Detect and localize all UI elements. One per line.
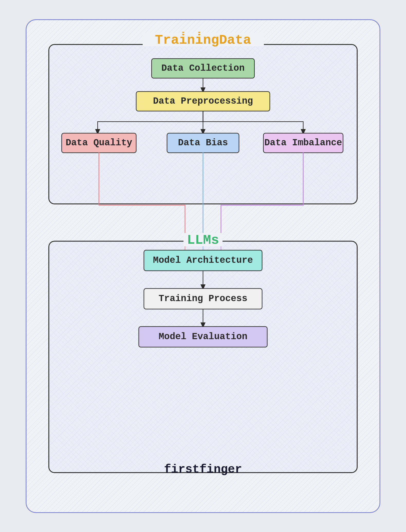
data-imbalance-node: Data Imbalance: [264, 138, 342, 148]
data-collection-node: Data Collection: [161, 63, 245, 74]
model-evaluation-node: Model Evaluation: [159, 331, 247, 342]
training-data-title-text: TrainingData: [155, 33, 251, 48]
llms-title-text: LLMs: [187, 233, 219, 248]
model-architecture-node: Model Architecture: [153, 255, 253, 266]
training-process-node: Training Process: [159, 293, 247, 304]
diagram-svg: TrainingData TrainingData Data Collectio…: [41, 30, 365, 493]
data-quality-node: Data Quality: [66, 138, 132, 148]
main-container: TrainingData TrainingData Data Collectio…: [26, 19, 380, 513]
content-wrapper: TrainingData TrainingData Data Collectio…: [42, 30, 364, 499]
data-bias-node: Data Bias: [178, 138, 228, 148]
footer-brand: firstfinger: [164, 463, 242, 476]
data-preprocessing-node: Data Preprocessing: [153, 96, 253, 106]
